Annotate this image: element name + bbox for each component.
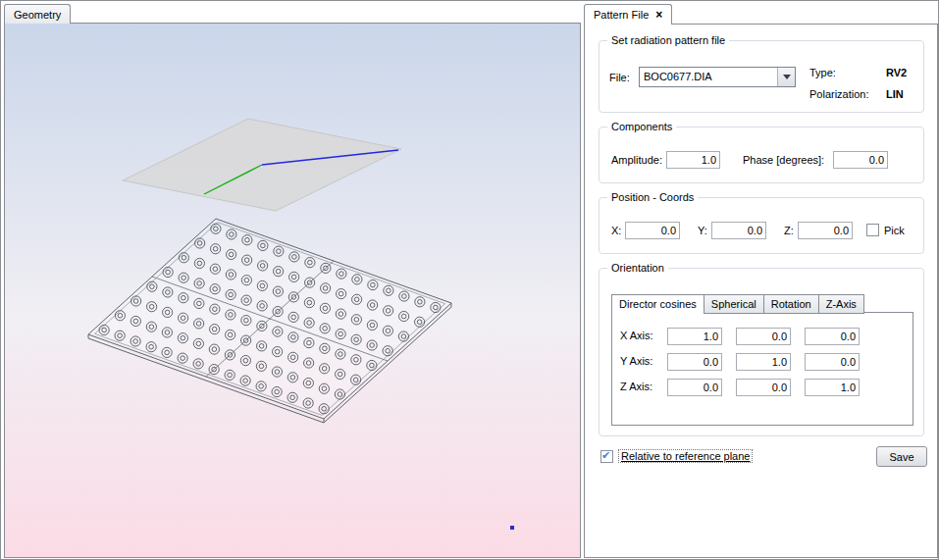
group-position-coords: Position - Coords X: Y: Z: Pick xyxy=(599,197,924,254)
pick-checkbox[interactable] xyxy=(866,224,879,236)
x-axis-input-2[interactable] xyxy=(736,328,791,345)
pick-label: Pick xyxy=(884,225,905,237)
group-title: Components xyxy=(607,121,676,132)
type-label: Type: xyxy=(809,67,836,79)
pattern-file-panel: Set radiation pattern file File: BOC0677… xyxy=(584,24,938,558)
polarization-label: Polarization: xyxy=(809,88,869,101)
z-axis-input-2[interactable] xyxy=(736,379,791,396)
y-axis-input-2[interactable] xyxy=(736,353,791,371)
tab-director-cosines[interactable]: Director cosines xyxy=(611,294,704,314)
group-set-radiation-pattern-file: Set radiation pattern file File: BOC0677… xyxy=(599,40,924,113)
relative-to-reference-plane-label[interactable]: Relative to reference plane xyxy=(619,450,752,462)
z-axis-input-3[interactable] xyxy=(805,379,860,396)
y-axis-input-3[interactable] xyxy=(805,353,860,371)
x-input[interactable] xyxy=(625,222,680,239)
type-value: RV2 xyxy=(886,67,907,79)
tab-pattern-file-label: Pattern File xyxy=(594,9,649,21)
pattern-file-value: BOC0677.DIA xyxy=(640,68,777,86)
tab-geometry-label: Geometry xyxy=(14,9,61,21)
dropdown-arrow-icon[interactable] xyxy=(777,68,795,86)
z-label: Z: xyxy=(784,225,794,237)
phase-input[interactable] xyxy=(833,151,888,169)
group-title: Position - Coords xyxy=(607,191,698,203)
y-label: Y: xyxy=(698,225,707,237)
polarization-value: LIN xyxy=(886,88,904,101)
tab-rotation[interactable]: Rotation xyxy=(763,294,819,314)
application-window: Geometry Pattern File × Set radiation pa… xyxy=(0,0,939,560)
amplitude-input[interactable] xyxy=(666,151,720,169)
group-orientation: Orientation Director cosines Spherical R… xyxy=(599,268,924,436)
tab-z-axis[interactable]: Z-Axis xyxy=(818,294,864,314)
pattern-file-select[interactable]: BOC0677.DIA xyxy=(639,67,796,87)
director-cosines-page: X Axis: Y Axis: Z Axis: xyxy=(611,312,913,426)
x-axis-input-1[interactable] xyxy=(667,328,722,345)
group-title: Set radiation pattern file xyxy=(607,34,729,46)
orientation-tab-strip: Director cosines Spherical Rotation Z-Ax… xyxy=(611,294,863,314)
x-label: X: xyxy=(611,225,621,237)
geometry-viewport[interactable] xyxy=(4,23,581,558)
group-components: Components Amplitude: Phase [degrees]: xyxy=(599,127,924,183)
z-input[interactable] xyxy=(798,222,853,239)
z-axis-input-1[interactable] xyxy=(667,379,722,396)
tab-pattern-file[interactable]: Pattern File × xyxy=(584,4,672,25)
amplitude-label: Amplitude: xyxy=(611,154,662,167)
relative-to-reference-plane-checkbox[interactable] xyxy=(600,450,613,463)
tab-geometry[interactable]: Geometry xyxy=(4,4,71,24)
file-label: File: xyxy=(609,72,630,84)
tab-spherical[interactable]: Spherical xyxy=(704,294,764,314)
x-axis-input-3[interactable] xyxy=(805,328,860,345)
y-input[interactable] xyxy=(711,222,766,239)
y-axis-label: Y Axis: xyxy=(620,355,652,367)
phase-label: Phase [degrees]: xyxy=(743,154,824,167)
y-axis-input-1[interactable] xyxy=(667,353,722,371)
z-axis-label: Z Axis: xyxy=(620,381,652,392)
close-icon[interactable]: × xyxy=(655,10,662,21)
save-button[interactable]: Save xyxy=(876,446,927,467)
x-axis-label: X Axis: xyxy=(620,330,653,341)
group-title: Orientation xyxy=(607,262,668,274)
antenna-array-scene xyxy=(5,24,580,557)
